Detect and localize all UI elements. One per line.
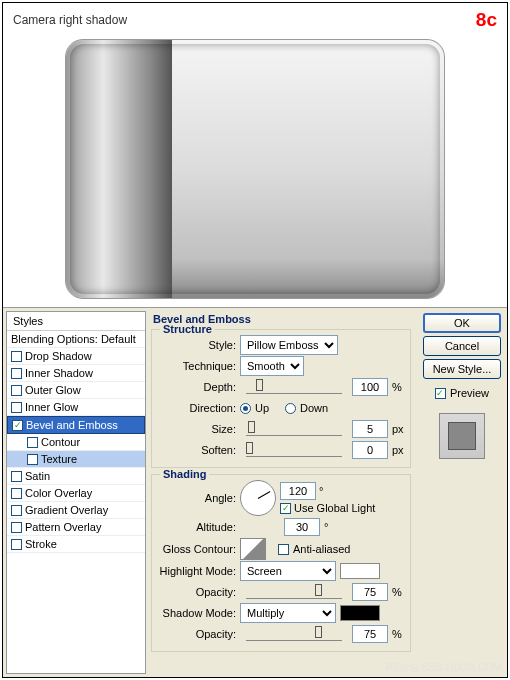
style-texture[interactable]: Texture	[7, 451, 145, 468]
structure-label: Structure	[160, 323, 215, 335]
angle-input[interactable]	[280, 482, 316, 500]
size-input[interactable]	[352, 420, 388, 438]
blending-options[interactable]: Blending Options: Default	[7, 331, 145, 348]
style-label: Pattern Overlay	[25, 521, 101, 533]
cancel-button[interactable]: Cancel	[423, 336, 501, 356]
shadow-mode-select[interactable]: Multiply	[240, 603, 336, 623]
soften-unit: px	[392, 444, 404, 456]
style-label: Drop Shadow	[25, 350, 92, 362]
shading-group: Shading Angle: ° ✓ Use Global Light Alti…	[151, 474, 411, 652]
use-global-light-checkbox[interactable]: ✓	[280, 503, 291, 514]
style-contour[interactable]: Contour	[7, 434, 145, 451]
soften-input[interactable]	[352, 441, 388, 459]
style-preview-swatch	[439, 413, 485, 459]
style-outer-glow[interactable]: Outer Glow	[7, 382, 145, 399]
style-label: Inner Glow	[25, 401, 78, 413]
style-checkbox[interactable]	[11, 385, 22, 396]
pct1: %	[392, 586, 402, 598]
style-label: Satin	[25, 470, 50, 482]
style-stroke[interactable]: Stroke	[7, 536, 145, 553]
depth-label: Depth:	[158, 381, 236, 393]
size-label: Size:	[158, 423, 236, 435]
down-label: Down	[300, 402, 328, 414]
preview-checkbox[interactable]: ✓	[435, 388, 446, 399]
preview-label: Preview	[450, 387, 489, 399]
altitude-label: Altitude:	[158, 521, 236, 533]
pct2: %	[392, 628, 402, 640]
style-label: Inner Shadow	[25, 367, 93, 379]
smode-label: Shadow Mode:	[158, 607, 236, 619]
style-gradient-overlay[interactable]: Gradient Overlay	[7, 502, 145, 519]
style-label: Gradient Overlay	[25, 504, 108, 516]
size-slider[interactable]	[246, 422, 342, 436]
direction-label: Direction:	[158, 402, 236, 414]
s-opacity-slider[interactable]	[246, 627, 342, 641]
style-color-overlay[interactable]: Color Overlay	[7, 485, 145, 502]
aa-label: Anti-aliased	[293, 543, 350, 555]
style-checkbox[interactable]	[11, 368, 22, 379]
style-bevel-and-emboss[interactable]: ✓Bevel and Emboss	[7, 416, 145, 434]
style-inner-shadow[interactable]: Inner Shadow	[7, 365, 145, 382]
style-checkbox[interactable]: ✓	[12, 420, 23, 431]
style-label: Color Overlay	[25, 487, 92, 499]
watermark: PS论坛:BBS.16XX8.COM	[386, 661, 501, 675]
style-checkbox[interactable]	[27, 437, 38, 448]
angle-label: Angle:	[158, 492, 236, 504]
shadow-color-swatch[interactable]	[340, 605, 380, 621]
style-label: Bevel and Emboss	[26, 419, 118, 431]
style-checkbox[interactable]	[27, 454, 38, 465]
deg2: °	[324, 521, 328, 533]
style-checkbox[interactable]	[11, 351, 22, 362]
style-satin[interactable]: Satin	[7, 468, 145, 485]
direction-down-radio[interactable]	[285, 403, 296, 414]
s-opacity-input[interactable]	[352, 625, 388, 643]
ugl-label: Use Global Light	[294, 502, 375, 514]
style-label: Stroke	[25, 538, 57, 550]
style-label: Contour	[41, 436, 80, 448]
up-label: Up	[255, 402, 269, 414]
layer-style-dialog: Styles Blending Options: Default Drop Sh…	[3, 307, 507, 677]
ok-button[interactable]: OK	[423, 313, 501, 333]
step-label: 8c	[476, 9, 497, 31]
deg1: °	[319, 485, 323, 497]
styles-header: Styles	[7, 312, 145, 331]
style-inner-glow[interactable]: Inner Glow	[7, 399, 145, 416]
style-checkbox[interactable]	[11, 488, 22, 499]
h-opacity-input[interactable]	[352, 583, 388, 601]
highlight-color-swatch[interactable]	[340, 563, 380, 579]
soften-label: Soften:	[158, 444, 236, 456]
structure-group: Structure Style: Pillow Emboss Technique…	[151, 329, 411, 468]
new-style-button[interactable]: New Style...	[423, 359, 501, 379]
highlight-mode-select[interactable]: Screen	[240, 561, 336, 581]
style-label: Style:	[158, 339, 236, 351]
technique-label: Technique:	[158, 360, 236, 372]
style-select[interactable]: Pillow Emboss	[240, 335, 338, 355]
angle-dial[interactable]	[240, 480, 276, 516]
depth-input[interactable]	[352, 378, 388, 396]
h-opacity-label: Opacity:	[158, 586, 236, 598]
style-checkbox[interactable]	[11, 505, 22, 516]
styles-list: Styles Blending Options: Default Drop Sh…	[6, 311, 146, 674]
depth-slider[interactable]	[246, 380, 342, 394]
h-opacity-slider[interactable]	[246, 585, 342, 599]
anti-aliased-checkbox[interactable]	[278, 544, 289, 555]
technique-select[interactable]: Smooth	[240, 356, 304, 376]
style-drop-shadow[interactable]: Drop Shadow	[7, 348, 145, 365]
style-checkbox[interactable]	[11, 471, 22, 482]
style-checkbox[interactable]	[11, 539, 22, 550]
direction-up-radio[interactable]	[240, 403, 251, 414]
style-label: Texture	[41, 453, 77, 465]
style-checkbox[interactable]	[11, 522, 22, 533]
page-title: Camera right shadow	[13, 13, 127, 27]
depth-unit: %	[392, 381, 402, 393]
style-pattern-overlay[interactable]: Pattern Overlay	[7, 519, 145, 536]
shading-label: Shading	[160, 468, 209, 480]
canvas-preview	[65, 39, 445, 299]
size-unit: px	[392, 423, 404, 435]
gloss-contour[interactable]	[240, 538, 266, 560]
soften-slider[interactable]	[246, 443, 342, 457]
hmode-label: Highlight Mode:	[158, 565, 236, 577]
altitude-input[interactable]	[284, 518, 320, 536]
style-checkbox[interactable]	[11, 402, 22, 413]
style-label: Outer Glow	[25, 384, 81, 396]
